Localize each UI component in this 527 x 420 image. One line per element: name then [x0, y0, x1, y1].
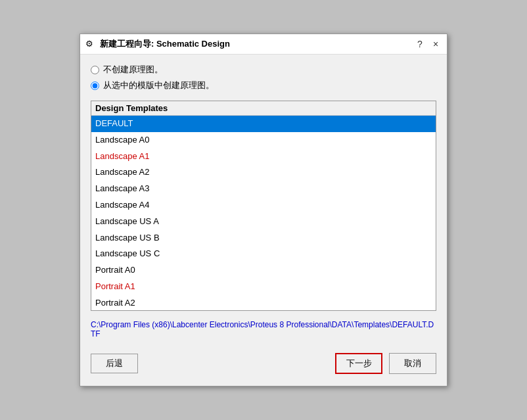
list-item[interactable]: Landscape A3 [91, 181, 436, 197]
list-item[interactable]: Landscape A4 [91, 197, 436, 214]
radio-input-from-template[interactable] [91, 82, 99, 90]
radio-option2[interactable]: 从选中的模版中创建原理图。 [91, 80, 436, 91]
radio-group: 不创建原理图。 从选中的模版中创建原理图。 [91, 64, 436, 91]
help-button[interactable]: ? [414, 38, 426, 50]
template-path: C:\Program Files (x86)\Labcenter Electro… [91, 320, 436, 338]
close-button[interactable]: × [430, 38, 442, 50]
radio-label-1: 不创建原理图。 [103, 64, 163, 76]
list-item[interactable]: Portrait A1 [91, 279, 436, 295]
back-button[interactable]: 后退 [91, 354, 138, 373]
dialog-title: 新建工程向导: Schematic Design [100, 38, 414, 50]
button-row: 后退 下一步 取消 [91, 349, 436, 377]
dialog-icon: ⚙ [85, 39, 96, 49]
cancel-button[interactable]: 取消 [389, 353, 436, 374]
radio-option1[interactable]: 不创建原理图。 [91, 64, 436, 76]
title-bar: ⚙ 新建工程向导: Schematic Design ? × [80, 34, 447, 55]
right-buttons: 下一步 取消 [335, 353, 436, 374]
list-item[interactable]: Portrait A2 [91, 295, 436, 311]
list-item[interactable]: Landscape US B [91, 230, 436, 246]
title-bar-controls: ? × [414, 38, 442, 50]
list-item[interactable]: Landscape A2 [91, 164, 436, 181]
list-item[interactable]: Landscape US C [91, 246, 436, 262]
list-item[interactable]: Landscape US A [91, 214, 436, 230]
main-dialog: ⚙ 新建工程向导: Schematic Design ? × 不创建原理图。 从… [80, 34, 447, 386]
list-item[interactable]: Landscape A1 [91, 149, 436, 165]
list-item[interactable]: Portrait A0 [91, 262, 436, 279]
template-list[interactable]: Design Templates DEFAULTLandscape A0Land… [91, 101, 436, 311]
list-item[interactable]: DEFAULT [91, 116, 436, 132]
dialog-body: 不创建原理图。 从选中的模版中创建原理图。 Design Templates D… [80, 55, 447, 386]
list-header: Design Templates [91, 101, 436, 116]
radio-label-2: 从选中的模版中创建原理图。 [103, 80, 214, 91]
list-item[interactable]: Landscape A0 [91, 132, 436, 149]
radio-input-no-schematic[interactable] [91, 66, 99, 74]
next-button[interactable]: 下一步 [335, 353, 382, 374]
